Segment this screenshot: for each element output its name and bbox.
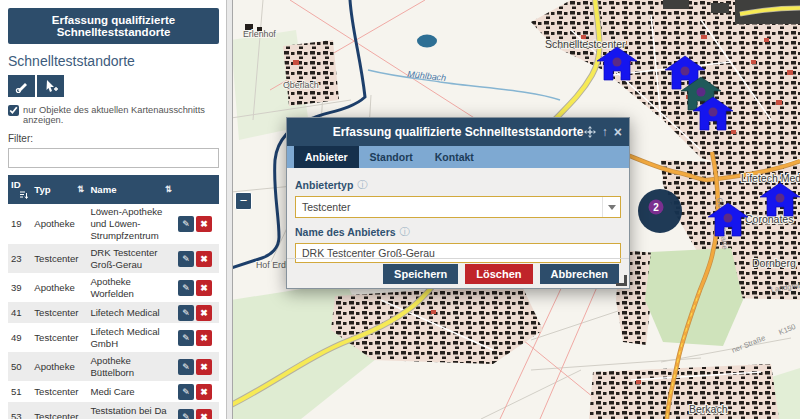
delete-row-button[interactable]: ✖ bbox=[196, 359, 212, 375]
cluster-marker[interactable]: 2 bbox=[638, 189, 682, 233]
edit-icon: ✎ bbox=[182, 412, 190, 419]
cell-name: Teststation bei Da Nico bbox=[87, 402, 175, 419]
table-row[interactable]: 23 Testcenter DRK Testcenter Groß-Gerau … bbox=[8, 244, 219, 273]
delete-row-button[interactable]: ✖ bbox=[196, 330, 212, 346]
map-zoom-out-button[interactable]: − bbox=[235, 192, 252, 210]
edit-icon: ✎ bbox=[182, 333, 190, 343]
collapse-icon[interactable]: ↑ bbox=[602, 126, 608, 138]
map-label: Berkach bbox=[689, 403, 728, 415]
close-icon[interactable]: × bbox=[614, 125, 622, 139]
map-label: Oberlach bbox=[283, 80, 319, 90]
delete-row-button[interactable]: ✖ bbox=[196, 409, 212, 419]
edit-icon: ✎ bbox=[182, 219, 190, 229]
cell-typ: Testcenter bbox=[31, 402, 87, 419]
panel-header-button[interactable]: Erfassung qualifizierte Schnellteststand… bbox=[8, 8, 219, 44]
minus-icon: − bbox=[240, 193, 248, 208]
edit-row-button[interactable]: ✎ bbox=[178, 384, 194, 400]
info-icon[interactable]: ⓘ bbox=[400, 225, 410, 239]
cell-id: 41 bbox=[8, 302, 31, 323]
cell-name: Lifetech Medical GmbH bbox=[87, 323, 175, 352]
sort-icon: ⇅ bbox=[77, 184, 84, 194]
tab-anbieter[interactable]: Anbieter bbox=[294, 146, 359, 168]
anbietertyp-value: Testcenter bbox=[302, 201, 350, 213]
delete-icon: ✖ bbox=[200, 219, 208, 229]
cell-id: 49 bbox=[8, 323, 31, 352]
panel-toolbar bbox=[8, 75, 219, 97]
cell-id: 39 bbox=[8, 273, 31, 302]
delete-row-button[interactable]: ✖ bbox=[196, 216, 212, 232]
maximize-icon[interactable] bbox=[584, 126, 596, 138]
tab-standort[interactable]: Standort bbox=[359, 146, 424, 168]
delete-icon: ✖ bbox=[200, 254, 208, 264]
edit-row-button[interactable]: ✎ bbox=[178, 251, 194, 267]
delete-row-button[interactable]: ✖ bbox=[196, 305, 212, 321]
dialog-footer: Speichern Löschen Abbrechen bbox=[287, 258, 629, 288]
cell-typ: Testcenter bbox=[31, 381, 87, 402]
info-icon[interactable]: ⓘ bbox=[357, 178, 367, 192]
cell-id: 51 bbox=[8, 381, 31, 402]
chevron-down-icon bbox=[602, 197, 620, 217]
table-row[interactable]: 39 Apotheke Apotheke Worfelden ✎✖ bbox=[8, 273, 219, 302]
sort-icon: ⇅ bbox=[165, 184, 172, 194]
anbietertyp-select[interactable]: Testcenter bbox=[295, 196, 621, 218]
map-label: Lifetech Med bbox=[741, 172, 800, 184]
cell-id: 19 bbox=[8, 204, 31, 245]
map-label: Erlenhof bbox=[243, 29, 276, 39]
draw-feature-button[interactable] bbox=[8, 75, 35, 97]
edit-row-button[interactable]: ✎ bbox=[178, 305, 194, 321]
dialog-title: Erfassung qualifizierte Schnellteststand… bbox=[333, 125, 584, 139]
cell-name: Löwen-Apotheke und Löwen-Strumpfzentrum bbox=[87, 204, 175, 245]
edit-icon: ✎ bbox=[182, 283, 190, 293]
results-table: ID Typ⇅ Name⇅ 19 Apotheke Löwen-Apotheke… bbox=[8, 175, 219, 419]
park bbox=[645, 248, 743, 346]
pen-icon bbox=[15, 79, 29, 93]
delete-row-button[interactable]: ✖ bbox=[196, 280, 212, 296]
filter-input[interactable] bbox=[8, 148, 219, 168]
delete-row-button[interactable]: ✖ bbox=[196, 384, 212, 400]
edit-icon: ✎ bbox=[182, 254, 190, 264]
column-header-id[interactable]: ID bbox=[8, 175, 31, 204]
dialog-titlebar[interactable]: Erfassung qualifizierte Schnellteststand… bbox=[287, 118, 629, 146]
resize-handle[interactable] bbox=[616, 275, 627, 286]
dialog-tabs: Anbieter Standort Kontakt bbox=[287, 146, 629, 168]
cell-name: Apotheke Büttelborn bbox=[87, 352, 175, 381]
delete-icon: ✖ bbox=[200, 387, 208, 397]
column-header-typ[interactable]: Typ⇅ bbox=[31, 175, 87, 204]
filter-label: Filter: bbox=[8, 133, 219, 144]
edit-row-button[interactable]: ✎ bbox=[178, 216, 194, 232]
edit-row-button[interactable]: ✎ bbox=[178, 280, 194, 296]
cell-typ: Apotheke bbox=[31, 204, 87, 245]
column-header-name[interactable]: Name⇅ bbox=[87, 175, 175, 204]
edit-icon: ✎ bbox=[182, 387, 190, 397]
save-button[interactable]: Speichern bbox=[383, 264, 458, 284]
cell-id: 53 bbox=[8, 402, 31, 419]
edit-row-button[interactable]: ✎ bbox=[178, 330, 194, 346]
delete-button[interactable]: Löschen bbox=[465, 264, 532, 284]
delete-row-button[interactable]: ✖ bbox=[196, 251, 212, 267]
cell-name: Apotheke Worfelden bbox=[87, 273, 175, 302]
table-row[interactable]: 51 Testcenter Medi Care ✎✖ bbox=[8, 381, 219, 402]
table-row[interactable]: 41 Testcenter Lifetech Medical ✎✖ bbox=[8, 302, 219, 323]
anbietername-label: Name des Anbieters bbox=[295, 226, 396, 238]
table-row[interactable]: 53 Testcenter Teststation bei Da Nico ✎✖ bbox=[8, 402, 219, 419]
cancel-button[interactable]: Abbrechen bbox=[540, 264, 619, 284]
select-feature-button[interactable] bbox=[37, 75, 64, 97]
cluster-count: 2 bbox=[653, 202, 659, 213]
cell-typ: Testcenter bbox=[31, 323, 87, 352]
cell-typ: Testcenter bbox=[31, 244, 87, 273]
edit-row-button[interactable]: ✎ bbox=[178, 409, 194, 419]
map-extent-checkbox[interactable] bbox=[8, 105, 19, 116]
delete-icon: ✖ bbox=[200, 333, 208, 343]
panel-map-divider bbox=[226, 0, 233, 419]
delete-icon: ✖ bbox=[200, 283, 208, 293]
cell-name: DRK Testcenter Groß-Gerau bbox=[87, 244, 175, 273]
sort-order-icon bbox=[20, 191, 28, 200]
cell-name: Medi Care bbox=[87, 381, 175, 402]
edit-row-button[interactable]: ✎ bbox=[178, 359, 194, 375]
table-row[interactable]: 19 Apotheke Löwen-Apotheke und Löwen-Str… bbox=[8, 204, 219, 245]
left-panel: Erfassung qualifizierte Schnellteststand… bbox=[0, 0, 226, 419]
tab-kontakt[interactable]: Kontakt bbox=[424, 146, 485, 168]
cell-id: 50 bbox=[8, 352, 31, 381]
table-row[interactable]: 50 Apotheke Apotheke Büttelborn ✎✖ bbox=[8, 352, 219, 381]
table-row[interactable]: 49 Testcenter Lifetech Medical GmbH ✎✖ bbox=[8, 323, 219, 352]
